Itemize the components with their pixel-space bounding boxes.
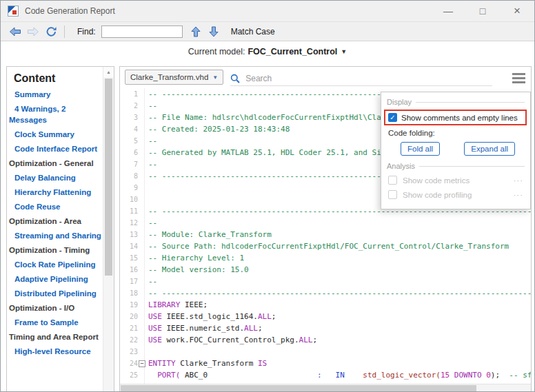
horizontal-scrollbar[interactable] bbox=[120, 384, 531, 392]
show-comments-checkbox[interactable]: ✓ bbox=[388, 113, 397, 122]
code-profiling-checkbox bbox=[388, 190, 397, 199]
code-generation-report-window: Code Generation Report — □ × Find: Match… bbox=[0, 0, 535, 392]
line-number: 23 bbox=[120, 346, 138, 358]
line-number: 13 bbox=[120, 229, 138, 240]
sidebar-title: Content bbox=[14, 72, 102, 85]
model-dropdown-caret-icon[interactable]: ▼ bbox=[341, 48, 347, 55]
analysis-section-header: Analysis bbox=[387, 162, 525, 170]
sidebar-link[interactable]: Clock Rate Pipelining bbox=[9, 259, 102, 270]
sidebar-section-label: Timing and Area Report bbox=[9, 331, 102, 342]
line-number: 1 bbox=[120, 88, 138, 100]
code-line: 13-- Module: Clarke_Transform bbox=[120, 229, 531, 240]
scroll-up-icon[interactable]: ▲ bbox=[103, 67, 114, 77]
sidebar-scroll-thumb[interactable] bbox=[105, 79, 112, 276]
refresh-icon bbox=[46, 26, 57, 37]
search-icon bbox=[230, 74, 240, 83]
back-button[interactable] bbox=[6, 27, 24, 37]
line-number: 11 bbox=[120, 205, 138, 217]
sidebar-section-label: Optimization - Timing bbox=[9, 245, 102, 256]
forward-button[interactable] bbox=[24, 27, 42, 37]
sidebar-link[interactable]: Hierarchy Flattening bbox=[9, 187, 102, 198]
code-metrics-more-icon: ··· bbox=[514, 176, 524, 185]
code-profiling-more-icon: ··· bbox=[514, 191, 524, 199]
display-section-header: Display bbox=[387, 98, 525, 106]
code-line: 19LIBRARY IEEE; bbox=[120, 299, 531, 311]
current-model-bar: Current model: FOC_Current_Control ▼ bbox=[1, 41, 534, 63]
maximize-button[interactable]: □ bbox=[465, 1, 500, 21]
line-number: 7 bbox=[120, 158, 138, 170]
show-comments-label[interactable]: Show comments and empty lines bbox=[401, 114, 518, 122]
file-name: Clarke_Transform.vhd bbox=[130, 73, 208, 81]
code-panel: Clarke_Transform.vhd ▼ 1-- -------------… bbox=[119, 66, 532, 392]
window-title: Code Generation Report bbox=[25, 6, 115, 16]
code-line: 20USE IEEE.std_logic_1164.ALL; bbox=[120, 311, 531, 322]
code-metrics-row: Show code metrics ··· bbox=[388, 176, 525, 185]
menu-hamburger-icon[interactable] bbox=[512, 73, 525, 85]
expand-all-button[interactable]: Expand all bbox=[464, 142, 515, 156]
find-previous-button[interactable] bbox=[191, 26, 201, 37]
horizontal-scroll-thumb[interactable] bbox=[121, 385, 476, 391]
code-line: 21USE IEEE.numeric_std.ALL; bbox=[120, 322, 531, 334]
sidebar-link[interactable]: Summary bbox=[9, 89, 102, 100]
current-model-name[interactable]: FOC_Current_Control bbox=[248, 47, 337, 56]
line-number: 10 bbox=[120, 194, 138, 205]
sidebar-link[interactable]: Delay Balancing bbox=[9, 172, 102, 183]
sidebar-section-label: Optimization - Area bbox=[9, 216, 102, 227]
line-number: 16 bbox=[120, 264, 138, 276]
code-search bbox=[230, 71, 492, 86]
code-metrics-checkbox bbox=[388, 176, 397, 185]
sidebar-link[interactable]: Adaptive Pipelining bbox=[9, 274, 102, 285]
code-line: 17-- bbox=[120, 276, 531, 287]
code-line: 14-- Source Path: hdlcoderFocCurrentFixp… bbox=[120, 240, 531, 252]
code-line: 25 PORT( ABC_0 : IN std_logic_vector(15 … bbox=[120, 369, 531, 381]
sidebar-link[interactable]: 4 Warnings, 2 Messages bbox=[9, 103, 102, 125]
find-input[interactable] bbox=[101, 25, 183, 38]
line-number: 8 bbox=[120, 170, 138, 182]
back-arrow-icon bbox=[9, 27, 21, 37]
match-case-toggle[interactable]: Match Case bbox=[231, 27, 275, 37]
minimize-button[interactable]: — bbox=[431, 1, 465, 21]
fold-all-button[interactable]: Fold all bbox=[401, 142, 440, 156]
line-number: 21 bbox=[120, 322, 138, 334]
line-number: 5 bbox=[120, 135, 138, 147]
line-number: 24 bbox=[120, 358, 138, 369]
sidebar-link[interactable]: Streaming and Sharing bbox=[9, 230, 102, 241]
code-line: 15-- Hierarchy Level: 1 bbox=[120, 252, 531, 264]
current-model-prefix: Current model: bbox=[188, 47, 245, 56]
find-label: Find: bbox=[77, 27, 96, 37]
line-number: 15 bbox=[120, 252, 138, 264]
main-area: Content Summary4 Warnings, 2 MessagesClo… bbox=[1, 62, 534, 391]
code-search-input[interactable] bbox=[244, 73, 492, 84]
sidebar-link[interactable]: High-level Resource bbox=[9, 346, 102, 357]
fold-toggle-icon[interactable]: − bbox=[139, 360, 145, 367]
line-number: 9 bbox=[120, 182, 138, 194]
line-number: 25 bbox=[120, 369, 138, 381]
line-number: 6 bbox=[120, 147, 138, 158]
sidebar-link[interactable]: Distributed Pipelining bbox=[9, 288, 102, 299]
line-number: 17 bbox=[120, 276, 138, 287]
sidebar-scrollbar[interactable]: ▲ bbox=[103, 67, 114, 392]
code-line: 16-- Model version: 15.0 bbox=[120, 264, 531, 276]
line-number: 20 bbox=[120, 311, 138, 322]
code-profiling-label: Show code profiling bbox=[403, 191, 472, 199]
sidebar-link[interactable]: Code Interface Report bbox=[9, 143, 102, 154]
sidebar-link[interactable]: Code Reuse bbox=[9, 201, 102, 212]
line-number: 14 bbox=[120, 240, 138, 252]
sidebar-link[interactable]: Frame to Sample bbox=[9, 317, 102, 328]
file-dropdown-caret-icon: ▼ bbox=[212, 74, 218, 81]
find-toolbar: Find: Match Case bbox=[1, 21, 534, 41]
code-folding-label: Code folding: bbox=[388, 129, 525, 137]
close-button[interactable]: × bbox=[500, 1, 534, 21]
code-line: 23 bbox=[120, 346, 531, 358]
sidebar-list: Summary4 Warnings, 2 MessagesClock Summa… bbox=[9, 89, 102, 357]
line-number: 18 bbox=[120, 287, 138, 299]
refresh-button[interactable] bbox=[42, 26, 60, 37]
sidebar-section-label: Optimization - General bbox=[9, 158, 102, 169]
find-next-button[interactable] bbox=[209, 26, 219, 37]
forward-arrow-icon bbox=[27, 27, 39, 37]
file-dropdown-button[interactable]: Clarke_Transform.vhd ▼ bbox=[125, 70, 223, 85]
sidebar-link[interactable]: Clock Summary bbox=[9, 129, 102, 140]
line-number: 12 bbox=[120, 217, 138, 229]
code-line: 22USE work.FOC_Current_Control_pkg.ALL; bbox=[120, 334, 531, 346]
line-number: 2 bbox=[120, 100, 138, 112]
